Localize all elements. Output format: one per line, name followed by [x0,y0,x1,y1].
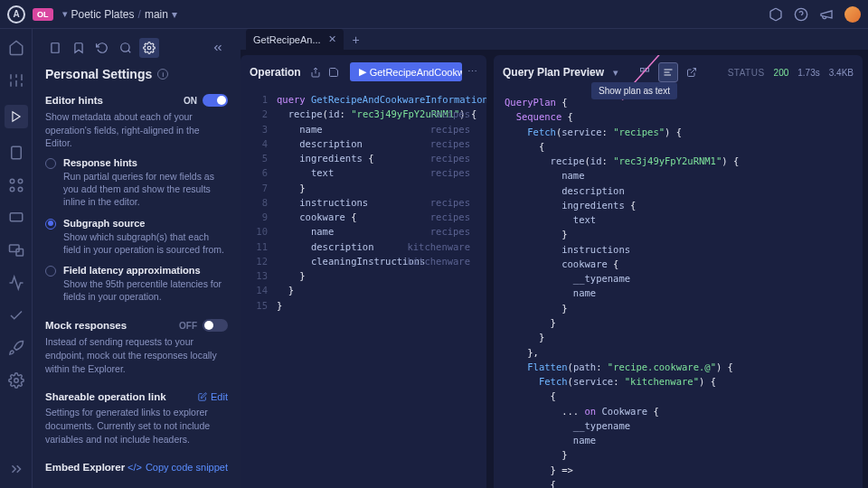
org-badge[interactable]: OL [33,8,53,21]
editor-hints-state: ON [184,96,197,106]
plan-view-text[interactable] [658,62,678,82]
gear-icon[interactable] [8,372,24,389]
share-title: Shareable operation link [45,391,166,402]
tab-label: GetRecipeAn... [253,34,321,45]
close-icon[interactable]: ✕ [328,33,336,45]
mock-state: OFF [179,321,197,331]
settings-title: Personal Settings [45,67,152,81]
svg-point-12 [18,179,23,183]
box-icon[interactable] [769,7,783,22]
tooltip: Show plan as text [591,82,677,99]
svg-point-10 [10,179,14,183]
save-icon[interactable] [328,67,339,78]
mock-toggle[interactable] [203,319,228,332]
editor-hints-desc: Show metadata about each of your operati… [45,110,228,150]
avatar[interactable] [844,6,861,23]
help-icon[interactable] [794,7,808,22]
breadcrumb-branch: main [145,8,168,21]
svg-rect-26 [646,69,649,72]
svg-point-21 [147,46,151,50]
run-button[interactable]: ▶ GetRecipeAndCookwareI... [350,62,462,81]
share-edit-button[interactable]: Edit [198,391,228,402]
share-desc: Settings for generated links to explorer… [45,406,228,446]
kebab-icon[interactable]: ⋯ [467,66,477,78]
left-rail [0,29,33,488]
svg-point-11 [18,187,23,192]
chevron-down-icon[interactable]: ▾ [62,8,68,20]
chevron-down-icon: ▾ [172,8,177,21]
copy-snippet-button[interactable]: </> Copy code snippet [127,462,228,473]
home-icon[interactable] [8,40,24,56]
plan-title: Query Plan Preview [503,66,604,79]
explorer-icon[interactable] [5,105,28,128]
plan-code[interactable]: QueryPlan { Sequence { Fetch(service: "r… [494,89,863,488]
status-size: 3.4KB [829,68,854,78]
app-logo[interactable]: A [7,5,25,23]
sliders-icon[interactable] [8,72,24,89]
add-tab-button[interactable]: + [353,33,360,47]
clipboard-icon[interactable] [8,145,24,161]
editor-tab[interactable]: GetRecipeAn...✕ [246,29,344,50]
sidebar-tab-settings[interactable] [139,38,159,58]
sidebar-tab-history[interactable] [92,38,112,58]
operation-panel: Operation ▶ GetRecipeAndCookwareI... ⋯ 1… [241,55,486,488]
svg-rect-14 [10,213,23,221]
chevron-down-icon[interactable]: ▾ [613,67,618,79]
devices-icon[interactable] [8,242,24,258]
svg-rect-18 [52,43,59,53]
status-label: STATUS [728,68,765,78]
status-code: 200 [774,68,789,78]
radio-subgraph-source[interactable]: Subgraph sourceShow which subgraph(s) th… [45,218,228,256]
graph-icon[interactable] [8,177,24,193]
activity-icon[interactable] [8,275,24,291]
svg-point-13 [10,187,14,192]
radio-response-hints[interactable]: Response hintsRun partial queries for ne… [45,157,228,209]
svg-marker-8 [12,112,19,122]
svg-line-30 [691,69,696,74]
operation-editor[interactable]: 1query GetRecipeAndCookwareInformation {… [241,89,486,488]
svg-rect-9 [11,146,21,159]
status-time: 1.73s [797,68,819,78]
check-icon[interactable] [8,307,24,324]
sidebar-tab-search[interactable] [116,38,136,58]
operation-title: Operation [250,66,301,79]
mock-desc: Instead of sending requests to your endp… [45,335,228,375]
svg-point-19 [121,43,129,52]
svg-line-20 [128,51,131,53]
rocket-icon[interactable] [8,340,24,356]
query-plan-panel: Query Plan Preview ▾ STATUS 200 1.73s 3.… [494,55,863,488]
mock-title: Mock responses [45,320,127,331]
editor-hints-title: Editor hints [45,95,103,106]
editor-hints-toggle[interactable] [203,94,228,107]
collapse-sidebar-icon[interactable] [208,38,228,58]
breadcrumb[interactable]: Poetic Plates / main ▾ [71,8,181,21]
plan-view-chart[interactable] [635,62,655,82]
megaphone-icon[interactable] [819,7,834,22]
monitor-icon[interactable] [8,210,24,226]
svg-rect-25 [641,69,645,72]
breadcrumb-project: Poetic Plates [71,8,135,21]
expand-icon[interactable] [8,461,24,477]
radio-field-latency[interactable]: Field latency approximationsShow the 95t… [45,265,228,303]
sidebar-tab-docs[interactable] [45,38,65,58]
sidebar-tab-bookmark[interactable] [69,38,89,58]
settings-panel: Personal Settingsi Editor hints ON Show … [33,29,241,488]
share-icon[interactable] [310,67,321,78]
open-external-icon[interactable] [682,62,702,82]
svg-point-17 [14,379,18,383]
info-icon[interactable]: i [157,69,168,80]
embed-title: Embed Explorer [45,462,125,473]
